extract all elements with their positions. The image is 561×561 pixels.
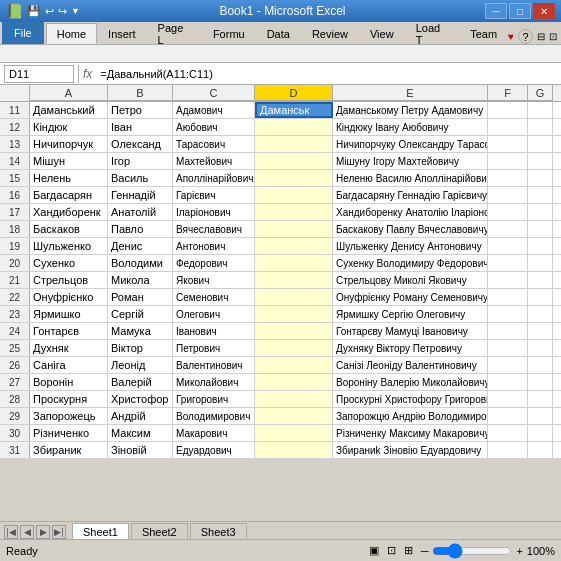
tab-review[interactable]: Review [301, 24, 359, 44]
cell-C28[interactable]: Григорович [173, 391, 255, 407]
cell-C15[interactable]: Аполлінарійович [173, 170, 255, 186]
cell-A20[interactable]: Сухенко [30, 255, 108, 271]
cell-G24[interactable] [528, 323, 553, 339]
cell-A18[interactable]: Баскаков [30, 221, 108, 237]
col-header-C[interactable]: C [173, 85, 255, 101]
cell-A22[interactable]: Онуфрієнко [30, 289, 108, 305]
cell-G12[interactable] [528, 119, 553, 135]
cell-D23[interactable] [255, 306, 333, 322]
cell-B20[interactable]: Володими [108, 255, 173, 271]
cell-A31[interactable]: Збираник [30, 442, 108, 458]
cell-D28[interactable] [255, 391, 333, 407]
cell-A24[interactable]: Гонтарєв [30, 323, 108, 339]
cell-A14[interactable]: Мішун [30, 153, 108, 169]
cell-C21[interactable]: Якович [173, 272, 255, 288]
cell-C23[interactable]: Олегович [173, 306, 255, 322]
cell-C18[interactable]: Вячеславович [173, 221, 255, 237]
cell-B21[interactable]: Микола [108, 272, 173, 288]
cell-D18[interactable] [255, 221, 333, 237]
cell-D11[interactable]: Даманськ [255, 102, 333, 118]
cell-F31[interactable] [488, 442, 528, 458]
cell-G31[interactable] [528, 442, 553, 458]
cell-D16[interactable] [255, 187, 333, 203]
close-button[interactable]: ✕ [533, 3, 555, 19]
tab-team[interactable]: Team [459, 24, 508, 44]
cell-B15[interactable]: Василь [108, 170, 173, 186]
sheet-nav-prev[interactable]: ◀ [20, 525, 34, 539]
quick-access-redo[interactable]: ↪ [58, 5, 67, 18]
cell-C12[interactable]: Аюбович [173, 119, 255, 135]
cell-D15[interactable] [255, 170, 333, 186]
cell-B28[interactable]: Христофор [108, 391, 173, 407]
tab-file[interactable]: File [2, 22, 44, 44]
zoom-slider[interactable] [432, 545, 512, 557]
cell-F29[interactable] [488, 408, 528, 424]
tab-page-layout[interactable]: Page L [147, 24, 202, 44]
col-header-B[interactable]: B [108, 85, 173, 101]
cell-E26[interactable]: Санізі Леоніду Валентиновичу [333, 357, 488, 373]
quick-access-undo[interactable]: ↩ [45, 5, 54, 18]
sheet-tab-1[interactable]: Sheet1 [72, 523, 129, 539]
cell-B27[interactable]: Валерій [108, 374, 173, 390]
cell-E29[interactable]: Запорожцю Андрію Володимировичу [333, 408, 488, 424]
cell-G28[interactable] [528, 391, 553, 407]
cell-E27[interactable]: Вороніну Валерію Миколайовичу [333, 374, 488, 390]
cell-D24[interactable] [255, 323, 333, 339]
cell-F18[interactable] [488, 221, 528, 237]
cell-F23[interactable] [488, 306, 528, 322]
col-header-F[interactable]: F [488, 85, 528, 101]
cell-C16[interactable]: Гарієвич [173, 187, 255, 203]
ribbon-minimize-icon[interactable]: ⊟ [537, 31, 545, 42]
cell-F22[interactable] [488, 289, 528, 305]
cell-E23[interactable]: Ярмишку Сергію Олеговичу [333, 306, 488, 322]
cell-A19[interactable]: Шульженко [30, 238, 108, 254]
sheet-tab-3[interactable]: Sheet3 [190, 523, 247, 539]
cell-C30[interactable]: Макарович [173, 425, 255, 441]
quick-access-dropdown[interactable]: ▼ [71, 6, 80, 16]
cell-F11[interactable] [488, 102, 528, 118]
cell-C26[interactable]: Валентинович [173, 357, 255, 373]
cell-E13[interactable]: Ничипорчуку Олександру Тарасовичу [333, 136, 488, 152]
cell-G19[interactable] [528, 238, 553, 254]
cell-B11[interactable]: Петро [108, 102, 173, 118]
cell-A16[interactable]: Багдасарян [30, 187, 108, 203]
quick-access-save[interactable]: 💾 [27, 5, 41, 18]
cell-F17[interactable] [488, 204, 528, 220]
cell-A13[interactable]: Ничипорчук [30, 136, 108, 152]
formula-input[interactable] [96, 65, 557, 83]
cell-A11[interactable]: Даманський [30, 102, 108, 118]
cell-B30[interactable]: Максим [108, 425, 173, 441]
sheet-nav-next[interactable]: ▶ [36, 525, 50, 539]
cell-B29[interactable]: Андрій [108, 408, 173, 424]
cell-B23[interactable]: Сергій [108, 306, 173, 322]
cell-D26[interactable] [255, 357, 333, 373]
cell-F13[interactable] [488, 136, 528, 152]
col-header-A[interactable]: A [30, 85, 108, 101]
cell-G18[interactable] [528, 221, 553, 237]
cell-G22[interactable] [528, 289, 553, 305]
ribbon-options-icon[interactable]: ⊡ [549, 31, 557, 42]
tab-data[interactable]: Data [256, 24, 301, 44]
cell-B31[interactable]: Зіновій [108, 442, 173, 458]
maximize-button[interactable]: □ [509, 3, 531, 19]
cell-D29[interactable] [255, 408, 333, 424]
cell-F24[interactable] [488, 323, 528, 339]
sheet-tab-2[interactable]: Sheet2 [131, 523, 188, 539]
cell-A28[interactable]: Проскурня [30, 391, 108, 407]
tab-view[interactable]: View [359, 24, 405, 44]
cell-E31[interactable]: Збираниk Зіновію Едуардовичу [333, 442, 488, 458]
cell-G11[interactable] [528, 102, 553, 118]
cell-F12[interactable] [488, 119, 528, 135]
cell-D25[interactable] [255, 340, 333, 356]
cell-D13[interactable] [255, 136, 333, 152]
cell-E22[interactable]: Онуфрієнку Роману Семеновичу [333, 289, 488, 305]
cell-D22[interactable] [255, 289, 333, 305]
cell-E20[interactable]: Сухенку Володимиру Федоровичу [333, 255, 488, 271]
cell-E19[interactable]: Шульженку Денису Антоновичу [333, 238, 488, 254]
cell-B24[interactable]: Мамука [108, 323, 173, 339]
cell-G15[interactable] [528, 170, 553, 186]
cell-G25[interactable] [528, 340, 553, 356]
cell-D12[interactable] [255, 119, 333, 135]
col-header-D[interactable]: D [255, 85, 333, 101]
cell-G30[interactable] [528, 425, 553, 441]
